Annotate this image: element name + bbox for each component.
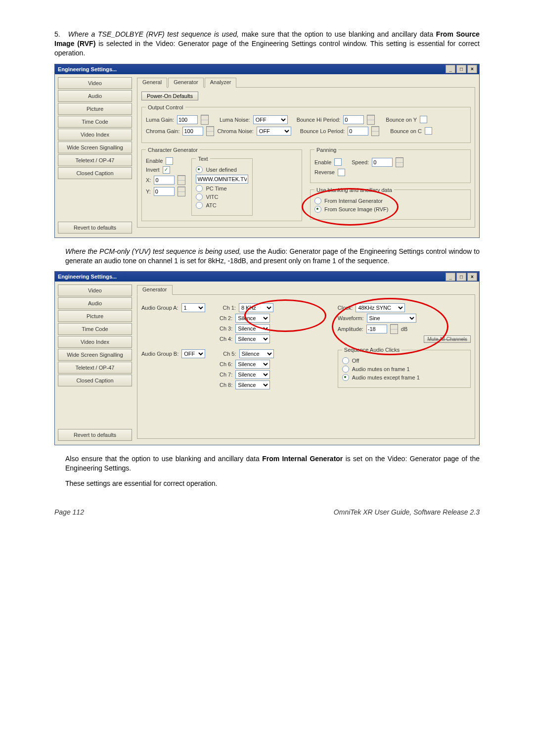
reverse-label: Reverse [314, 169, 335, 175]
x-input[interactable] [154, 176, 175, 185]
ch2-select[interactable]: Silence [235, 314, 270, 323]
nav-closedcaption[interactable]: Closed Caption [58, 167, 132, 179]
tab-general[interactable]: General [137, 78, 167, 88]
titlebar[interactable]: Engineering Settings... _ □ × [55, 272, 479, 282]
waveform-label: Waveform: [338, 315, 364, 321]
tab-analyzer[interactable]: Analyzer [205, 78, 237, 88]
ch1-select[interactable]: 8 KHz [239, 303, 273, 312]
speed-spinner[interactable] [396, 157, 403, 167]
text-group-label: Text [196, 156, 210, 162]
engineering-settings-window-audio: Engineering Settings... _ □ × Video Audi… [54, 271, 480, 445]
vitc-radio[interactable] [196, 193, 203, 200]
close-icon[interactable]: × [467, 65, 477, 73]
bounce-y-label: Bounce on Y [386, 117, 417, 123]
x-spinner[interactable] [178, 175, 185, 185]
userdef-radio[interactable] [196, 166, 203, 173]
seq-off-radio[interactable] [342, 357, 349, 364]
nav-widescreen[interactable]: Wide Screen Signalling [58, 349, 132, 361]
bounce-lo-label: Bounce Lo Period: [300, 128, 345, 134]
chargen-enable-checkbox[interactable] [166, 157, 173, 165]
nav-audio[interactable]: Audio [58, 297, 132, 309]
bounce-c-checkbox[interactable] [425, 127, 432, 135]
bounce-y-checkbox[interactable] [420, 116, 427, 123]
ch6-select[interactable]: Silence [235, 360, 270, 369]
ch3-select[interactable]: Silence [235, 324, 270, 333]
chroma-gain-spinner[interactable] [206, 126, 214, 136]
engineering-settings-window-video: Engineering Settings... _ □ × Video Audi… [54, 64, 480, 238]
nav-timecode[interactable]: Time Code [58, 323, 132, 335]
seq-opt2-radio[interactable] [342, 374, 349, 381]
maximize-icon[interactable]: □ [456, 273, 466, 281]
x-label: X: [146, 177, 151, 183]
ch3-label: Ch 3: [220, 326, 232, 331]
nav-teletext[interactable]: Teletext / OP-47 [58, 154, 132, 166]
reverse-checkbox[interactable] [338, 169, 345, 176]
nav-videoindex[interactable]: Video Index [58, 129, 132, 141]
clock-select[interactable]: 48KHz SYNC [356, 303, 405, 312]
close-icon[interactable]: × [467, 273, 477, 281]
chargen-invert-checkbox[interactable]: ✓ [163, 166, 170, 174]
ch1-label: Ch 1: [223, 305, 236, 311]
y-input[interactable] [154, 187, 175, 196]
nav-video[interactable]: Video [58, 77, 132, 89]
revert-defaults-button[interactable]: Revert to defaults [58, 222, 132, 234]
nav-picture[interactable]: Picture [58, 103, 132, 115]
minimize-icon[interactable]: _ [445, 65, 455, 73]
y-spinner[interactable] [178, 187, 185, 196]
atc-radio[interactable] [196, 202, 203, 209]
ch4-select[interactable]: Silence [235, 334, 270, 343]
luma-gain-spinner[interactable] [201, 115, 209, 125]
chroma-gain-input[interactable] [182, 127, 203, 136]
nav-closedcaption[interactable]: Closed Caption [58, 375, 132, 386]
nav-audio[interactable]: Audio [58, 90, 132, 102]
panning-group: Panning Enable Speed: Reverse [310, 147, 471, 183]
nav-picture[interactable]: Picture [58, 310, 132, 322]
from-source-radio[interactable] [314, 206, 321, 213]
power-on-defaults-button[interactable]: Power-On Defaults [141, 92, 198, 100]
waveform-select[interactable]: Sine [367, 314, 416, 323]
pctime-radio[interactable] [196, 185, 203, 192]
luma-noise-select[interactable]: OFF [253, 115, 288, 124]
amp-input[interactable] [366, 325, 387, 333]
minimize-icon[interactable]: _ [445, 273, 455, 281]
bounce-lo-input[interactable] [348, 127, 368, 136]
chargen-label: Character Generator [146, 147, 200, 153]
amp-unit: dB [401, 326, 407, 332]
userdef-input[interactable] [196, 175, 248, 184]
amp-spinner[interactable] [390, 324, 398, 334]
bounce-lo-spinner[interactable] [371, 126, 379, 136]
ch7-label: Ch 7: [220, 372, 232, 378]
nav-timecode[interactable]: Time Code [58, 116, 132, 128]
sequence-audio-clicks-group: Sequence Audio Clicks Off Audio mutes on… [338, 347, 471, 388]
nav-videoindex[interactable]: Video Index [58, 336, 132, 348]
groupB-select[interactable]: OFF [181, 349, 205, 358]
chroma-noise-select[interactable]: OFF [257, 127, 291, 136]
seq-opt1-radio[interactable] [342, 366, 349, 373]
speed-input[interactable] [372, 158, 393, 167]
nav-teletext[interactable]: Teletext / OP-47 [58, 362, 132, 374]
revert-defaults-button[interactable]: Revert to defaults [58, 429, 132, 441]
window-title: Engineering Settings... [58, 66, 445, 72]
ch8-select[interactable]: Silence [235, 380, 270, 389]
groupA-select[interactable]: 1 [181, 303, 205, 312]
titlebar[interactable]: Engineering Settings... _ □ × [55, 64, 479, 74]
from-source-label: From Source Image (RVF) [324, 206, 388, 212]
luma-gain-input[interactable] [177, 115, 198, 124]
from-internal-radio[interactable] [314, 197, 321, 204]
also-ensure-text: Also ensure that the option to use blank… [65, 454, 480, 473]
tab-generator[interactable]: Generator [137, 285, 173, 295]
bounce-c-label: Bounce on C [390, 128, 422, 134]
ch5-select[interactable]: Silence [239, 349, 274, 358]
step5-text: 5. Where a TSE_DOLBYE (RVF) test sequenc… [54, 30, 480, 58]
mute-all-button[interactable]: Mute All Channels [424, 335, 471, 343]
nav-widescreen[interactable]: Wide Screen Signalling [58, 142, 132, 153]
tab-generator[interactable]: Generator [168, 78, 204, 88]
pan-enable-checkbox[interactable] [334, 158, 342, 166]
nav-video[interactable]: Video [58, 284, 132, 296]
bounce-hi-spinner[interactable] [367, 115, 375, 125]
from-internal-label: From Internal Generator [324, 198, 383, 204]
maximize-icon[interactable]: □ [456, 65, 466, 73]
ch7-select[interactable]: Silence [235, 370, 270, 379]
bounce-hi-input[interactable] [343, 115, 364, 124]
ch2-label: Ch 2: [220, 315, 232, 321]
